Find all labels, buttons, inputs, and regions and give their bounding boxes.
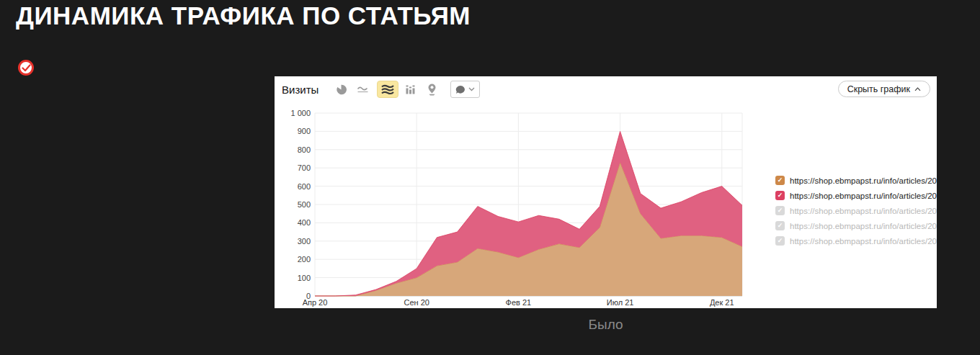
- chart-legend: ✓https://shop.ebmpapst.ru/info/articles/…: [775, 176, 937, 251]
- comment-icon: [455, 85, 466, 94]
- svg-text:700: 700: [298, 163, 311, 172]
- pie-chart-icon[interactable]: [331, 81, 351, 98]
- svg-text:500: 500: [298, 200, 311, 209]
- hide-chart-button[interactable]: Скрыть график: [838, 81, 930, 97]
- legend-item-2[interactable]: ✓https://shop.ebmpapst.ru/info/articles/…: [775, 206, 937, 215]
- svg-text:100: 100: [298, 274, 311, 282]
- svg-text:Июл 21: Июл 21: [607, 298, 634, 307]
- bar-chart-icon[interactable]: [401, 81, 420, 98]
- comment-dropdown[interactable]: [450, 81, 480, 98]
- legend-item-1[interactable]: ✓https://shop.ebmpapst.ru/info/articles/…: [775, 191, 937, 200]
- legend-label: https://shop.ebmpapst.ru/info/articles/2…: [790, 192, 937, 200]
- status-badge: [18, 60, 34, 76]
- hide-chart-label: Скрыть график: [847, 84, 910, 94]
- chevron-up-icon: [914, 87, 921, 91]
- svg-text:1 000: 1 000: [290, 109, 311, 117]
- legend-item-0[interactable]: ✓https://shop.ebmpapst.ru/info/articles/…: [775, 176, 937, 185]
- page-title: ДИНАМИКА ТРАФИКА ПО СТАТЬЯМ: [16, 1, 471, 30]
- line-chart-icon[interactable]: [353, 81, 373, 98]
- svg-text:Дек 21: Дек 21: [710, 298, 734, 307]
- svg-text:200: 200: [298, 255, 311, 264]
- check-icon: [22, 64, 31, 72]
- svg-text:300: 300: [298, 237, 311, 246]
- legend-item-4[interactable]: ✓https://shop.ebmpapst.ru/info/articles/…: [775, 236, 937, 246]
- svg-text:800: 800: [298, 145, 311, 154]
- metric-label: Визиты: [282, 84, 318, 96]
- legend-checkbox[interactable]: ✓: [775, 206, 785, 215]
- legend-label: https://shop.ebmpapst.ru/info/articles/2…: [790, 176, 937, 185]
- legend-label: https://shop.ebmpapst.ru/info/articles/2…: [790, 222, 937, 230]
- svg-text:600: 600: [298, 182, 311, 191]
- legend-checkbox[interactable]: ✓: [775, 221, 785, 230]
- legend-checkbox[interactable]: ✓: [775, 191, 785, 200]
- svg-text:Сен 20: Сен 20: [404, 298, 429, 307]
- comparison-caption: Было: [275, 317, 937, 333]
- map-pin-icon[interactable]: [422, 81, 442, 98]
- metrica-panel: 01002003004005006007008009001 000Апр 20С…: [275, 76, 937, 308]
- svg-text:Фев 21: Фев 21: [506, 298, 532, 307]
- legend-checkbox[interactable]: ✓: [775, 236, 785, 246]
- legend-label: https://shop.ebmpapst.ru/info/articles/2…: [790, 237, 937, 246]
- legend-label: https://shop.ebmpapst.ru/info/articles/2…: [790, 207, 937, 215]
- svg-text:Апр 20: Апр 20: [303, 298, 328, 307]
- chart-toolbar: Визиты: [282, 80, 480, 99]
- legend-checkbox[interactable]: ✓: [775, 176, 785, 185]
- legend-item-3[interactable]: ✓https://shop.ebmpapst.ru/info/articles/…: [775, 221, 937, 230]
- svg-text:400: 400: [298, 218, 311, 227]
- chevron-down-icon: [468, 87, 475, 91]
- stacked-area-chart-icon[interactable]: [377, 81, 398, 98]
- page: ДИНАМИКА ТРАФИКА ПО СТАТЬЯМ 010020030040…: [0, 0, 980, 355]
- svg-text:900: 900: [298, 127, 311, 135]
